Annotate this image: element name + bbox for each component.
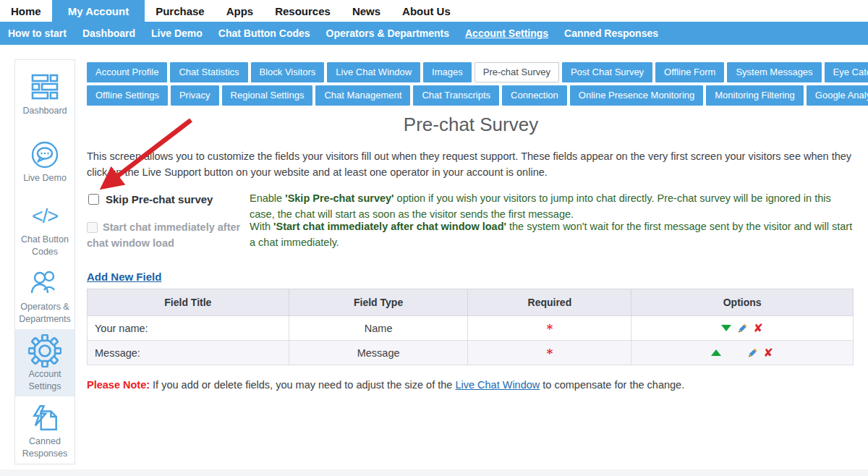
tabs-row-2: Offline Settings Privacy Regional Settin… [87, 85, 864, 106]
sidebar-item-account-settings[interactable]: Account Settings [15, 329, 75, 396]
subnav-chat-button-codes[interactable]: Chat Button Codes [210, 27, 318, 39]
subnav-operators-departments[interactable]: Operators & Departments [318, 27, 457, 39]
skip-prechat-survey-option: Skip Pre-chat survey [88, 193, 213, 205]
skip-option-description: Enable 'Skip Pre-chat survey' option if … [250, 191, 857, 223]
field-title-cell: Message: [88, 341, 289, 365]
top-navigation: Home My Account Purchase Apps Resources … [0, 0, 868, 22]
subnav-live-demo[interactable]: Live Demo [143, 27, 210, 39]
nav-purchase[interactable]: Purchase [145, 0, 216, 22]
nav-apps[interactable]: Apps [216, 0, 265, 22]
required-cell: * [468, 341, 631, 365]
sidebar: Dashboard Live Demo </> Chat Button Code… [14, 59, 75, 464]
prechat-fields-table: Field Title Field Type Required Options … [87, 289, 854, 365]
start-option-description: With 'Start chat immediately after chat … [250, 219, 857, 251]
gear-icon [28, 333, 61, 368]
tab-chat-management[interactable]: Chat Management [315, 85, 410, 106]
live-chat-window-link[interactable]: Live Chat Window [455, 379, 540, 391]
nav-home[interactable]: Home [0, 0, 52, 22]
field-type-cell: Name [289, 316, 468, 341]
sidebar-item-canned-responses[interactable]: Canned Responses [15, 396, 75, 464]
tab-google-analytics[interactable]: Google Analytics [807, 85, 868, 106]
tab-post-chat-survey[interactable]: Post Chat Survey [562, 62, 652, 82]
nav-about-us[interactable]: About Us [391, 0, 461, 22]
sidebar-label: Account Settings [17, 368, 73, 392]
skip-prechat-survey-label: Skip Pre-chat survey [106, 193, 213, 205]
start-chat-immediately-label: Start chat immediately after chat window… [87, 221, 240, 249]
tabs-row-1: Account Profile Chat Statistics Block Vi… [87, 62, 864, 82]
code-icon: </> [32, 199, 58, 234]
tab-pre-chat-survey[interactable]: Pre-chat Survey [475, 62, 559, 82]
sidebar-item-operators-departments[interactable]: Operators & Departments [15, 262, 75, 329]
delete-icon[interactable]: ✘ [763, 347, 773, 359]
field-type-cell: Message [289, 341, 468, 365]
settings-tabs: Account Profile Chat Statistics Block Vi… [87, 62, 864, 109]
sidebar-label: Live Demo [17, 172, 73, 184]
move-up-icon[interactable] [711, 349, 721, 356]
tab-block-visitors[interactable]: Block Visitors [251, 62, 325, 82]
operators-icon [28, 266, 61, 301]
edit-icon[interactable] [736, 323, 748, 334]
options-cell: ✘ [631, 341, 854, 365]
table-row: Your name: Name * [88, 316, 854, 341]
tab-offline-settings[interactable]: Offline Settings [87, 85, 168, 106]
required-asterisk: * [546, 321, 553, 336]
tab-monitoring-filtering[interactable]: Monitoring Filtering [706, 85, 804, 106]
edit-icon[interactable] [746, 347, 758, 359]
table-row: Message: Message * [88, 341, 854, 365]
start-chat-immediately-option: Start chat immediately after chat window… [87, 220, 259, 252]
dashboard-icon [29, 70, 61, 105]
nav-my-account[interactable]: My Account [52, 0, 145, 22]
tab-account-profile[interactable]: Account Profile [87, 62, 167, 82]
tab-offline-form[interactable]: Offline Form [655, 62, 724, 82]
lightning-page-icon [28, 401, 61, 435]
skip-prechat-survey-checkbox[interactable] [88, 194, 99, 205]
footer-strip [0, 469, 868, 476]
chat-bubble-icon [29, 137, 61, 172]
header-required: Required [468, 289, 631, 316]
required-asterisk: * [546, 346, 553, 360]
start-chat-immediately-checkbox [87, 222, 98, 233]
move-down-icon[interactable] [721, 325, 731, 331]
sidebar-label: Dashboard [17, 105, 73, 116]
tab-images[interactable]: Images [423, 62, 472, 82]
sidebar-item-dashboard[interactable]: Dashboard [15, 60, 75, 127]
account-sub-navigation: How to start Dashboard Live Demo Chat Bu… [0, 22, 868, 45]
table-header-row: Field Title Field Type Required Options [88, 289, 854, 316]
tab-live-chat-window[interactable]: Live Chat Window [327, 62, 420, 82]
tab-online-presence-monitoring[interactable]: Online Presence Monitoring [570, 85, 703, 106]
subnav-canned-responses[interactable]: Canned Responses [556, 27, 666, 39]
sidebar-item-live-demo[interactable]: Live Demo [15, 127, 75, 195]
tab-privacy[interactable]: Privacy [171, 85, 219, 106]
tab-system-messages[interactable]: System Messages [727, 62, 821, 82]
sidebar-item-chat-button-codes[interactable]: </> Chat Button Codes [15, 195, 75, 262]
sidebar-label: Chat Button Codes [17, 234, 73, 258]
page-description: This screen allows you to customize the … [87, 148, 858, 181]
sidebar-label: Operators & Departments [17, 301, 73, 325]
subnav-how-to-start[interactable]: How to start [0, 27, 75, 39]
subnav-account-settings[interactable]: Account Settings [457, 27, 556, 39]
field-title-cell: Your name: [88, 316, 289, 341]
tab-chat-statistics[interactable]: Chat Statistics [170, 62, 247, 82]
nav-news[interactable]: News [341, 0, 391, 22]
subnav-dashboard[interactable]: Dashboard [75, 27, 143, 39]
header-field-title: Field Title [88, 289, 289, 316]
sidebar-label: Canned Responses [17, 435, 73, 459]
delete-icon[interactable]: ✘ [753, 323, 762, 334]
tab-eye-catcher[interactable]: Eye Catcher [825, 62, 868, 82]
header-field-type: Field Type [289, 289, 468, 316]
add-new-field-link[interactable]: Add New Field [87, 271, 161, 283]
tab-connection[interactable]: Connection [502, 85, 567, 106]
nav-resources[interactable]: Resources [264, 0, 341, 22]
note-label: Please Note: [87, 379, 150, 391]
required-cell: * [468, 316, 631, 341]
please-note: Please Note: If you add or delete fields… [87, 379, 684, 391]
options-cell: ✘ [631, 316, 854, 341]
tab-regional-settings[interactable]: Regional Settings [222, 85, 313, 106]
page-title: Pre-chat Survey [87, 114, 855, 136]
tab-chat-transcripts[interactable]: Chat Transcripts [413, 85, 499, 106]
header-options: Options [631, 289, 854, 316]
